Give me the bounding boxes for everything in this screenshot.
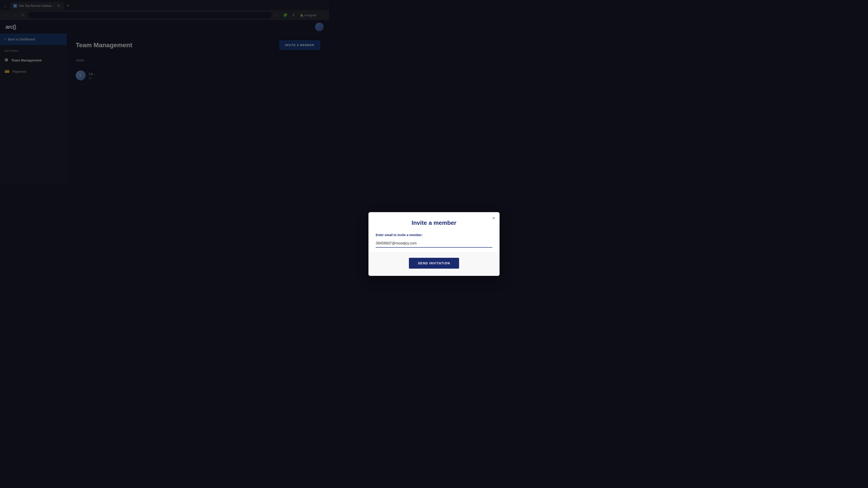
modal-overlay[interactable]: Invite a member × Enter email to invite …: [0, 0, 329, 184]
